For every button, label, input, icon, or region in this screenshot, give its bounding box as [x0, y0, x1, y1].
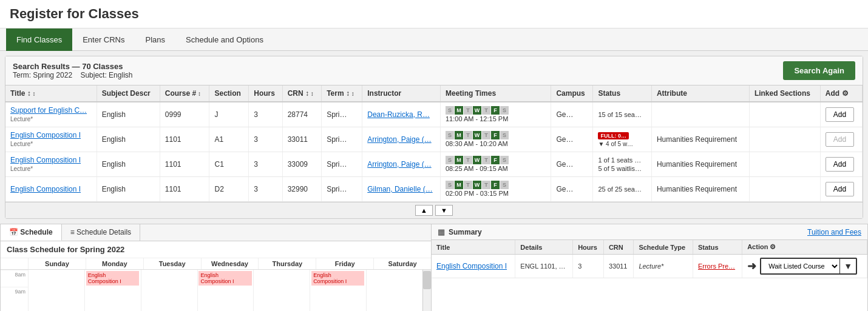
cell-linked — [749, 152, 820, 177]
cell-add: Add — [820, 127, 862, 152]
table-row: English Composition ILecture*English1101… — [5, 127, 863, 152]
schedule-title: Class Schedule for Spring 2022 — [1, 241, 431, 258]
errors-link[interactable]: Errors Pre… — [698, 263, 735, 270]
meeting-time: 08:30 AM - 10:20 AM — [446, 140, 508, 147]
cell-meeting: SMTWTFS 11:00 AM - 12:15 PM — [441, 102, 551, 127]
col-header-section: Section — [209, 85, 249, 102]
add-button[interactable]: Add — [826, 182, 854, 196]
cell-attribute: Humanities Requirement — [651, 152, 749, 177]
tab-find-classes[interactable]: Find Classes — [6, 28, 72, 51]
cell-title: English Composition ILecture* — [5, 152, 97, 177]
cell-campus: Ge… — [551, 102, 593, 127]
instructor-link[interactable]: Dean-Ruzicka, R… — [367, 110, 430, 119]
event-monday[interactable]: English Composition I — [86, 271, 139, 286]
add-button-disabled: Add — [826, 132, 854, 147]
sum-col-action: Action ⚙ — [742, 240, 867, 255]
day-t-indicator: T — [482, 106, 490, 115]
action-dropdown-arrow[interactable]: ▼ — [839, 259, 856, 273]
col-header-title[interactable]: Title ↕ — [5, 85, 97, 102]
action-select[interactable]: Wait Listed Course — [761, 259, 839, 273]
col-header-instructor: Instructor — [362, 85, 441, 102]
cell-add: Add — [820, 102, 862, 127]
day-w-indicator: W — [473, 181, 481, 189]
col-header-course[interactable]: Course # — [160, 85, 209, 102]
course-title-link[interactable]: English Composition I — [10, 156, 81, 164]
results-table: Title ↕ Subject Descr Course # Section H… — [5, 85, 863, 202]
resize-down-button[interactable]: ▼ — [435, 205, 453, 216]
day-m-indicator: M — [455, 156, 463, 164]
sum-cell-details: ENGL 1101, … — [515, 255, 573, 278]
col-header-term[interactable]: Term ↕ — [322, 85, 362, 102]
cell-campus: Ge… — [551, 152, 593, 177]
tuition-fees-link[interactable]: Tuition and Fees — [807, 228, 861, 236]
waitlist-info: ▼ 4 of 5 w… — [598, 141, 633, 147]
cell-linked — [749, 127, 820, 152]
cell-course: 1101 — [160, 152, 209, 177]
calendar-icon: 📅 — [9, 228, 18, 236]
course-title-link[interactable]: English Composition I — [10, 185, 81, 193]
day-f-indicator: F — [491, 106, 500, 115]
tab-schedule[interactable]: 📅 Schedule — [1, 224, 62, 241]
cell-add: Add — [820, 152, 862, 177]
cal-day-thursday: Thursday — [258, 258, 316, 269]
sum-cell-status: Errors Pre… — [693, 255, 742, 278]
add-button[interactable]: Add — [826, 157, 854, 172]
cal-day-sunday: Sunday — [28, 258, 86, 269]
tab-plans[interactable]: Plans — [135, 28, 176, 51]
cell-campus: Ge… — [551, 177, 593, 202]
cell-course: 1101 — [160, 177, 209, 202]
meeting-time: 02:00 PM - 03:15 PM — [446, 190, 509, 197]
event-wednesday[interactable]: English Composition I — [198, 271, 251, 286]
day-t-indicator: T — [464, 131, 472, 139]
cal-saturday-body — [366, 270, 422, 311]
summary-course-link[interactable]: English Composition I — [436, 262, 507, 270]
cell-course: 0999 — [160, 102, 209, 127]
cal-monday-body: English Composition I — [84, 270, 141, 311]
waitlist-count: 5 of 5 waitlis… — [598, 165, 642, 172]
col-header-crn[interactable]: CRN ↕ — [282, 85, 322, 102]
tab-schedule-details[interactable]: ≡ Schedule Details — [62, 224, 140, 241]
term-label: Term: — [13, 71, 31, 79]
cell-subject: English — [97, 177, 160, 202]
table-icon: ▦ — [438, 227, 445, 236]
sum-col-schedule-type: Schedule Type — [634, 240, 693, 255]
cell-hours: 3 — [249, 102, 282, 127]
cell-crn: 33009 — [282, 152, 322, 177]
course-title-link[interactable]: English Composition I — [10, 131, 81, 139]
day-m-indicator: M — [455, 106, 463, 115]
resize-up-button[interactable]: ▲ — [415, 205, 433, 216]
tab-enter-crns[interactable]: Enter CRNs — [72, 28, 135, 51]
col-header-linked: Linked Sections — [749, 85, 820, 102]
day-s-indicator: S — [446, 131, 454, 139]
day-t-indicator: T — [464, 106, 472, 115]
summary-header: ▦ Summary Tuition and Fees — [432, 224, 867, 240]
search-results-info: Search Results — 70 Classes Term: Spring… — [13, 62, 132, 79]
cell-hours: 3 — [249, 127, 282, 152]
course-title-link[interactable]: Support for English C… — [10, 106, 87, 115]
table-row: English Composition ILecture*English1101… — [5, 152, 863, 177]
calendar-body: 8am 9am English Composition I English Co… — [1, 270, 431, 311]
arrow-indicator: ➜ — [747, 259, 756, 273]
instructor-link[interactable]: Arrington, Paige (… — [367, 160, 431, 169]
cell-attribute: Humanities Requirement — [651, 177, 749, 202]
instructor-link[interactable]: Arrington, Paige (… — [367, 135, 431, 144]
schedule-panel-tabs: 📅 Schedule ≡ Schedule Details — [1, 224, 431, 241]
summary-gear-icon[interactable]: ⚙ — [770, 243, 776, 250]
action-dropdown[interactable]: Wait Listed Course ▼ — [760, 258, 857, 275]
gear-icon[interactable]: ⚙ — [842, 89, 849, 98]
add-button[interactable]: Add — [826, 107, 854, 122]
cal-day-tuesday: Tuesday — [143, 258, 201, 269]
cal-thursday-body — [253, 270, 310, 311]
event-friday[interactable]: English Composition I — [311, 271, 364, 286]
tab-schedule-options[interactable]: Schedule and Options — [175, 28, 274, 51]
cell-meeting: SMTWTFS 08:30 AM - 10:20 AM — [441, 127, 551, 152]
cal-wednesday-body: English Composition I — [197, 270, 254, 311]
calendar-scrollbar[interactable] — [423, 271, 431, 289]
col-header-subject: Subject Descr — [97, 85, 160, 102]
seats-info: 1 of 1 seats … — [598, 156, 641, 164]
resize-handle: ▲ ▼ — [5, 202, 863, 218]
cell-subject: English — [97, 102, 160, 127]
search-again-button[interactable]: Search Again — [783, 61, 855, 80]
instructor-link[interactable]: Gilman, Danielle (… — [367, 185, 432, 193]
cell-instructor: Arrington, Paige (… — [362, 127, 441, 152]
